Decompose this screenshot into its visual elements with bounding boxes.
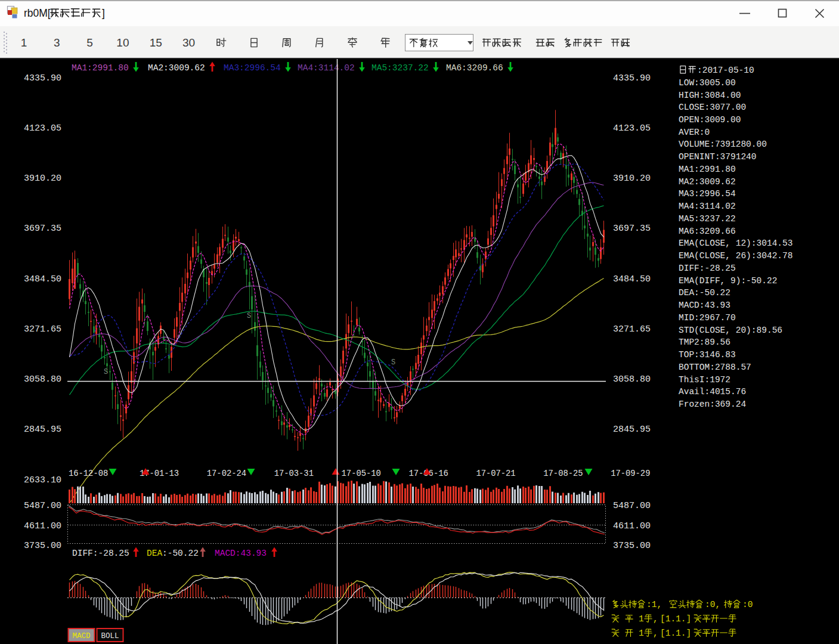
svg-text:]: ] — [102, 7, 105, 19]
svg-text:DIFF:-28.25: DIFF:-28.25 — [679, 264, 736, 273]
svg-text:TMP2:89.56: TMP2:89.56 — [679, 338, 730, 347]
svg-text:LOW:3005.00: LOW:3005.00 — [679, 78, 736, 88]
svg-text::2017-05-10: :2017-05-10 — [697, 66, 754, 75]
svg-text:5487.00: 5487.00 — [613, 501, 651, 511]
svg-text:STD(CLOSE, 20):89.56: STD(CLOSE, 20):89.56 — [679, 326, 782, 335]
svg-text:10: 10 — [116, 36, 129, 49]
svg-text:VOLUME:7391280.00: VOLUME:7391280.00 — [679, 140, 767, 149]
svg-text:BOTTOM:2788.57: BOTTOM:2788.57 — [679, 363, 751, 372]
svg-text:3271.65: 3271.65 — [613, 324, 651, 335]
svg-text::0,: :0, — [705, 600, 720, 609]
svg-text:,: , — [653, 628, 658, 638]
svg-text:MID:2967.70: MID:2967.70 — [679, 313, 736, 323]
svg-text:17-02-24: 17-02-24 — [207, 469, 246, 478]
svg-text:3484.50: 3484.50 — [24, 274, 61, 284]
svg-text:17-09-29: 17-09-29 — [611, 469, 650, 478]
svg-text:OPENINT:3791240: OPENINT:3791240 — [679, 152, 757, 162]
svg-text:3: 3 — [54, 36, 60, 49]
svg-text:2845.95: 2845.95 — [613, 425, 651, 435]
svg-text:rb0M[: rb0M[ — [24, 7, 51, 19]
svg-text:MA6:3209.66: MA6:3209.66 — [446, 63, 503, 73]
svg-text:DIFF:-28.25: DIFF:-28.25 — [72, 549, 129, 558]
svg-text:MA2:3009.62: MA2:3009.62 — [679, 177, 736, 187]
svg-text:4611.00: 4611.00 — [24, 521, 61, 531]
svg-text:2845.95: 2845.95 — [24, 425, 61, 435]
svg-text:OPEN:3009.00: OPEN:3009.00 — [679, 115, 741, 125]
svg-text:1: 1 — [639, 614, 644, 624]
svg-text:15: 15 — [150, 36, 162, 49]
svg-text:HIGH:3084.00: HIGH:3084.00 — [679, 91, 741, 100]
svg-text:DEA: DEA — [147, 549, 162, 558]
svg-text:CLOSE:3077.00: CLOSE:3077.00 — [679, 103, 746, 112]
svg-text:3058.80: 3058.80 — [24, 374, 61, 385]
svg-text:1: 1 — [21, 36, 27, 49]
svg-text:S: S — [104, 368, 108, 376]
svg-text:[1.1.]: [1.1.] — [660, 614, 691, 624]
svg-text:MA3:2996.54: MA3:2996.54 — [224, 63, 281, 73]
svg-text:16-12-08: 16-12-08 — [69, 469, 108, 478]
svg-text:MACD:43.93: MACD:43.93 — [215, 549, 267, 558]
svg-text:MA1:2991.80: MA1:2991.80 — [679, 165, 736, 174]
svg-text:S: S — [247, 312, 251, 320]
svg-text::0: :0 — [742, 600, 753, 609]
svg-text:EMA(CLOSE, 26):3042.78: EMA(CLOSE, 26):3042.78 — [679, 251, 792, 261]
svg-text:ThisI:1972: ThisI:1972 — [679, 375, 730, 385]
svg-text:3271.65: 3271.65 — [24, 324, 61, 335]
svg-text::-50.22: :-50.22 — [162, 549, 199, 558]
svg-text:MACD:43.93: MACD:43.93 — [679, 301, 730, 310]
svg-text:AVER:0: AVER:0 — [679, 128, 710, 137]
svg-text:3735.00: 3735.00 — [613, 541, 651, 551]
svg-text:3484.50: 3484.50 — [613, 274, 651, 284]
svg-text:3697.35: 3697.35 — [613, 224, 651, 234]
svg-text:MA4:3114.02: MA4:3114.02 — [679, 202, 736, 211]
svg-text:DEA:-50.22: DEA:-50.22 — [679, 288, 730, 298]
svg-text:4123.05: 4123.05 — [613, 123, 651, 134]
svg-text:BOLL: BOLL — [101, 632, 119, 640]
svg-text:MA4:3114.02: MA4:3114.02 — [298, 63, 355, 73]
svg-text:17-05-10: 17-05-10 — [342, 469, 381, 478]
svg-text:MA5:3237.22: MA5:3237.22 — [371, 63, 429, 73]
svg-text:3910.20: 3910.20 — [613, 174, 651, 184]
svg-text:MA5:3237.22: MA5:3237.22 — [679, 214, 736, 224]
svg-text:MA6:3209.66: MA6:3209.66 — [679, 227, 736, 236]
svg-text:MA2:3009.62: MA2:3009.62 — [148, 63, 205, 73]
svg-text:3910.20: 3910.20 — [24, 174, 61, 184]
svg-text:EMA(DIFF, 9):-50.22: EMA(DIFF, 9):-50.22 — [679, 276, 777, 286]
svg-text:1: 1 — [639, 628, 644, 638]
svg-text:3735.00: 3735.00 — [24, 541, 61, 551]
svg-text:EMA(CLOSE, 12):3014.53: EMA(CLOSE, 12):3014.53 — [679, 239, 792, 248]
svg-text:Frozen:369.24: Frozen:369.24 — [679, 400, 746, 409]
svg-text:2633.10: 2633.10 — [24, 475, 61, 485]
svg-text:30: 30 — [182, 36, 195, 49]
svg-text:,: , — [653, 614, 658, 624]
svg-text:17-07-21: 17-07-21 — [476, 469, 515, 478]
svg-text:S: S — [391, 358, 395, 367]
svg-text:MA1:2991.80: MA1:2991.80 — [72, 63, 129, 73]
svg-text:[1.1.]: [1.1.] — [660, 628, 691, 638]
svg-text:4611.00: 4611.00 — [613, 521, 651, 531]
svg-text::1,: :1, — [646, 600, 662, 609]
svg-text:17-08-25: 17-08-25 — [543, 469, 583, 478]
svg-text:Avail:4015.76: Avail:4015.76 — [679, 387, 746, 397]
svg-text:MACD: MACD — [72, 632, 90, 640]
svg-text:TOP:3146.83: TOP:3146.83 — [679, 350, 736, 360]
svg-text:4123.05: 4123.05 — [24, 123, 61, 134]
svg-text:5487.00: 5487.00 — [24, 501, 61, 511]
svg-text:MA3:2996.54: MA3:2996.54 — [679, 189, 736, 199]
svg-text:3697.35: 3697.35 — [24, 224, 61, 234]
svg-text:4335.90: 4335.90 — [24, 73, 61, 83]
svg-text:17-03-31: 17-03-31 — [274, 469, 314, 478]
svg-text:5: 5 — [86, 36, 93, 49]
svg-text:4335.90: 4335.90 — [613, 73, 651, 83]
svg-text:3058.80: 3058.80 — [613, 374, 651, 385]
